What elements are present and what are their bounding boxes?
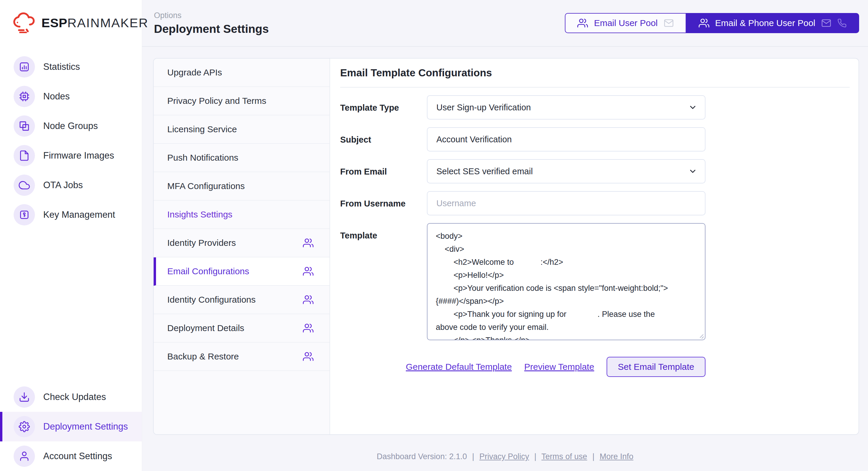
template-type-value: User Sign-up Verification [436,103,531,112]
main-area: Options Deployment Settings Email User P… [142,0,868,471]
from-email-label: From Email [340,159,427,183]
user-icon [13,445,35,467]
brand-logo: ESPRAINMAKER [0,0,142,33]
from-username-label: From Username [340,191,427,215]
sidebar-item-label: Firmware Images [43,150,114,161]
gear-icon [13,416,35,437]
menu-item-backup-restore[interactable]: Backup & Restore [154,343,330,371]
from-username-row: From Username [340,191,850,215]
content-area: Upgrade APIs Privacy Policy and Terms Li… [142,47,868,471]
menu-item-deployment-details[interactable]: Deployment Details [154,314,330,343]
footer-link-privacy-policy[interactable]: Privacy Policy [479,452,529,461]
subject-input[interactable] [427,127,706,152]
email-user-pool-label: Email User Pool [594,18,657,28]
sidebar-item-statistics[interactable]: Statistics [0,52,142,82]
mail-icon [664,18,674,28]
sidebar-item-label: Statistics [43,62,80,72]
menu-item-label: Push Notifications [167,153,238,163]
page-title: Deployment Settings [154,23,269,35]
brand-rainmaker: RAINMAKER [67,16,149,30]
sidebar-bottom-nav: Check Updates Deployment Settings Accoun… [0,382,142,471]
users-icon [303,238,313,248]
menu-item-label: Licensing Service [167,124,237,134]
menu-item-licensing-service[interactable]: Licensing Service [154,115,330,144]
sidebar: ESPRAINMAKER Statistics Nodes [0,0,142,471]
sidebar-item-key-management[interactable]: Key Management [0,200,142,230]
from-email-value: Select SES verified email [436,167,533,176]
menu-item-label: Email Configurations [167,266,249,276]
subject-row: Subject [340,127,850,152]
menu-item-label: Identity Providers [167,238,236,248]
menu-item-label: Backup & Restore [167,351,239,362]
chevron-down-icon [688,103,697,112]
menu-item-label: Identity Configurations [167,295,256,305]
footer-link-terms-of-use[interactable]: Terms of use [541,452,587,461]
template-label: Template [340,223,427,340]
sidebar-item-label: Account Settings [43,451,112,462]
preview-template-link[interactable]: Preview Template [524,362,594,372]
menu-item-email-configurations[interactable]: Email Configurations [154,258,330,286]
chip-icon [13,86,35,107]
from-email-row: From Email Select SES verified email [340,159,850,183]
page-header-titles: Options Deployment Settings [154,11,269,35]
template-type-select[interactable]: User Sign-up Verification [427,95,706,120]
menu-item-label: Privacy Policy and Terms [167,96,267,106]
resize-handle-icon[interactable] [699,333,704,339]
phone-icon [837,18,847,28]
footer-separator: | [534,452,536,461]
users-icon [577,18,588,28]
breadcrumb: Options [154,11,269,20]
brand-esp: ESP [41,16,67,30]
menu-item-privacy-policy-terms[interactable]: Privacy Policy and Terms [154,87,330,115]
menu-item-identity-configurations[interactable]: Identity Configurations [154,286,330,314]
subject-label: Subject [340,127,427,152]
menu-item-push-notifications[interactable]: Push Notifications [154,144,330,172]
sidebar-item-node-groups[interactable]: Node Groups [0,111,142,141]
settings-menu: Upgrade APIs Privacy Policy and Terms Li… [154,59,330,434]
from-username-input[interactable] [427,191,706,215]
footer-separator: | [592,452,594,461]
template-type-row: Template Type User Sign-up Verification [340,95,850,120]
sidebar-item-label: Node Groups [43,121,98,131]
menu-item-mfa-configurations[interactable]: MFA Configurations [154,172,330,201]
form-title: Email Template Configurations [340,67,850,88]
brand-name: ESPRAINMAKER [41,16,148,30]
users-icon [303,294,313,305]
menu-item-upgrade-apis[interactable]: Upgrade APIs [154,59,330,87]
menu-item-insights-settings[interactable]: Insights Settings [154,201,330,229]
sidebar-item-nodes[interactable]: Nodes [0,82,142,111]
generate-default-template-link[interactable]: Generate Default Template [406,362,512,372]
sidebar-item-firmware-images[interactable]: Firmware Images [0,141,142,170]
email-phone-user-pool-button[interactable]: Email & Phone User Pool [686,13,860,33]
set-email-template-button[interactable]: Set Email Template [607,357,706,377]
page-header: Options Deployment Settings Email User P… [142,0,868,47]
form-actions: Generate Default Template Preview Templa… [340,357,706,377]
settings-card: Upgrade APIs Privacy Policy and Terms Li… [153,58,859,435]
sidebar-item-label: Deployment Settings [43,421,128,432]
from-email-select[interactable]: Select SES verified email [427,159,706,183]
dashboard-version: Dashboard Version: 2.1.0 [377,452,469,461]
sidebar-item-account-settings[interactable]: Account Settings [0,441,142,471]
menu-item-label: Insights Settings [167,209,232,220]
sidebar-item-deployment-settings[interactable]: Deployment Settings [0,412,142,441]
cloud-icon [13,174,35,196]
template-textarea[interactable]: <body> <div> <h2>Welcome to :</h2> <p>He… [427,223,706,340]
user-pool-toggle: Email User Pool Email & Phone User Pool [565,13,859,33]
sidebar-item-check-updates[interactable]: Check Updates [0,382,142,412]
footer-link-more-info[interactable]: More Info [599,452,633,461]
menu-item-identity-providers[interactable]: Identity Providers [154,229,330,258]
email-phone-user-pool-label: Email & Phone User Pool [715,18,815,28]
download-icon [13,386,35,408]
sidebar-item-ota-jobs[interactable]: OTA Jobs [0,170,142,200]
sidebar-item-label: Key Management [43,209,115,220]
email-user-pool-button[interactable]: Email User Pool [565,13,686,33]
users-icon [699,18,709,28]
footer: Dashboard Version: 2.1.0 | Privacy Polic… [142,452,868,461]
sidebar-nav: Statistics Nodes Node Groups [0,52,142,230]
menu-item-label: MFA Configurations [167,181,245,191]
sidebar-item-label: Check Updates [43,392,106,402]
users-icon [303,266,313,277]
rainmaker-cloud-logo-icon [12,12,37,33]
chevron-down-icon [688,167,697,176]
menu-item-label: Deployment Details [167,323,244,333]
